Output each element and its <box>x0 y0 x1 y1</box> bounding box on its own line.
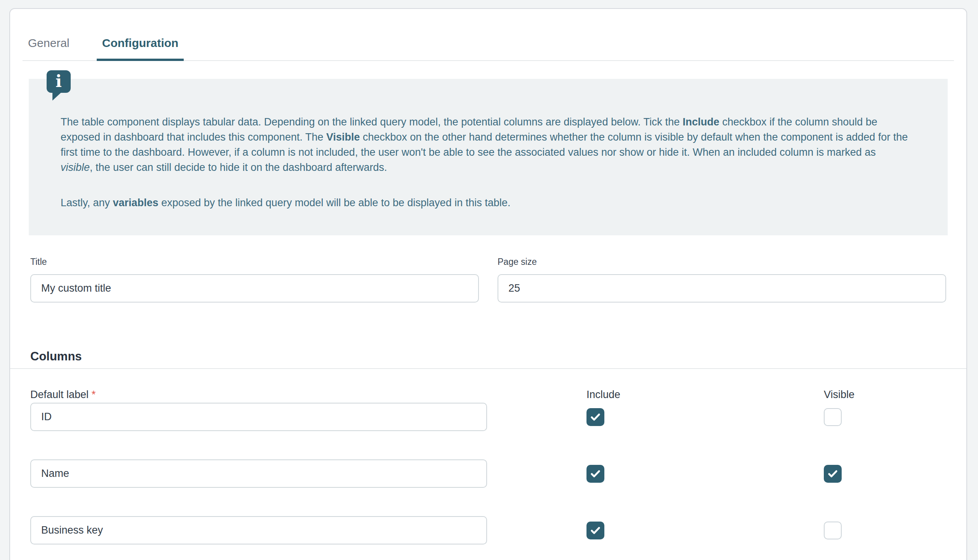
page-size-label: Page size <box>498 256 946 267</box>
include-checkbox[interactable] <box>586 522 604 539</box>
tab-general[interactable]: General <box>23 37 75 60</box>
check-icon <box>589 468 602 480</box>
text-run: visible <box>61 162 90 173</box>
header-default-label: Default label * <box>30 388 487 401</box>
tab-bar: General Configuration <box>23 9 954 61</box>
text-run: variables <box>113 197 158 209</box>
info-paragraph-2: Lastly, any variables exposed by the lin… <box>61 195 909 210</box>
column-row <box>30 459 946 488</box>
columns-heading: Columns <box>30 350 946 363</box>
required-asterisk: * <box>92 389 96 400</box>
info-paragraph-1: The table component displays tabular dat… <box>61 115 909 175</box>
settings-card: General Configuration i The table compon… <box>9 8 967 560</box>
info-icon-glyph: i <box>56 73 62 90</box>
columns-table-header: Default label * Include Visible <box>30 388 946 401</box>
column-row <box>30 516 946 544</box>
info-speech-bubble-icon: i <box>47 70 71 93</box>
check-icon <box>589 411 602 423</box>
section-divider <box>10 368 966 369</box>
columns-table-rows <box>30 403 946 544</box>
text-run: The table component displays tabular dat… <box>61 116 683 128</box>
title-input[interactable] <box>30 274 479 303</box>
check-icon <box>827 468 839 480</box>
tab-configuration[interactable]: Configuration <box>97 37 184 61</box>
info-callout: i The table component displays tabular d… <box>29 79 948 235</box>
visible-checkbox[interactable] <box>824 522 842 539</box>
include-checkbox[interactable] <box>586 465 604 483</box>
include-checkbox[interactable] <box>586 408 604 426</box>
check-icon <box>589 524 602 537</box>
visible-checkbox[interactable] <box>824 408 842 426</box>
general-settings-form: Title Page size <box>30 256 946 303</box>
text-run: Visible <box>326 131 360 143</box>
column-label-input[interactable] <box>30 459 487 488</box>
column-label-input[interactable] <box>30 403 487 431</box>
text-run: exposed by the linked query model will b… <box>158 197 511 209</box>
page-size-input[interactable] <box>498 274 946 303</box>
text-run: Lastly, any <box>61 197 113 209</box>
header-include: Include <box>586 388 824 401</box>
text-run: Include <box>683 116 720 128</box>
title-label: Title <box>30 256 479 267</box>
column-label-input[interactable] <box>30 516 487 544</box>
visible-checkbox[interactable] <box>824 465 842 483</box>
column-row <box>30 403 946 431</box>
title-field-group: Title <box>30 256 479 303</box>
text-run: , the user can still decide to hide it o… <box>90 162 387 173</box>
header-visible: Visible <box>824 388 946 401</box>
page-size-field-group: Page size <box>498 256 946 303</box>
default-label-text: Default label <box>30 389 89 400</box>
columns-section: Columns Default label * Include Visible <box>30 350 946 544</box>
